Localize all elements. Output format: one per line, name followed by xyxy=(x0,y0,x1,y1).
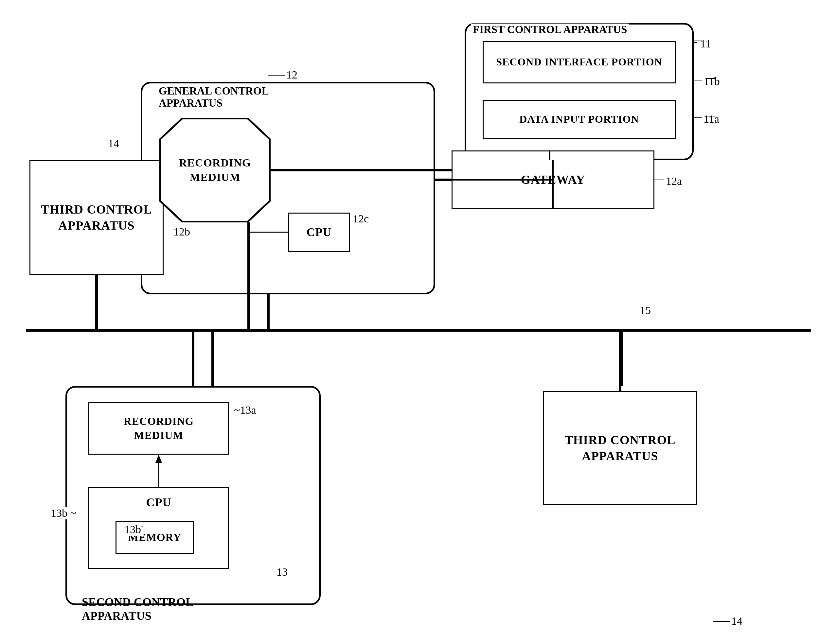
cpu-block-second: CPU MEMORY xyxy=(89,487,229,569)
recording-medium-label-top: RECORDINGMEDIUM xyxy=(179,156,251,185)
ref-12b: 12b xyxy=(174,226,190,238)
cpu-label-top: CPU xyxy=(307,225,332,240)
ref-13b: 13b ~ xyxy=(51,507,76,519)
ref-11b: 11b xyxy=(704,75,720,88)
cpu-block-label: CPU xyxy=(146,495,171,510)
recording-medium-second-box: RECORDINGMEDIUM xyxy=(89,402,229,455)
ref-12: 12 xyxy=(286,69,297,81)
ref-12a: 12a xyxy=(666,175,682,187)
first-control-apparatus-label: FIRST CONTROL APPARATUS xyxy=(471,23,629,36)
third-control-apparatus-top-box: THIRD CONTROL APPARATUS xyxy=(30,160,164,275)
third-control-apparatus-bottom-box: THIRD CONTROL APPARATUS xyxy=(543,391,697,505)
second-control-apparatus-label: SECOND CONTROLAPPARATUS xyxy=(82,595,194,623)
gateway-box: GATEWAY xyxy=(451,151,655,209)
general-control-apparatus-label: GENERAL CONTROLAPPARATUS xyxy=(157,85,270,109)
recording-medium-second-label: RECORDINGMEDIUM xyxy=(124,415,194,442)
ref-11a: 11a xyxy=(704,113,719,125)
gateway-label: GATEWAY xyxy=(520,172,585,188)
ref-11: 11 xyxy=(700,38,711,50)
data-input-portion-box: DATA INPUT PORTION xyxy=(483,100,676,139)
third-control-apparatus-bottom-label: THIRD CONTROL APPARATUS xyxy=(544,432,696,464)
second-interface-portion-label: SECOND INTERFACE PORTION xyxy=(496,55,662,69)
ref-15: 15 xyxy=(640,304,651,316)
second-interface-portion-box: SECOND INTERFACE PORTION xyxy=(483,41,676,84)
ref-13: 13 xyxy=(276,566,287,578)
first-control-apparatus-box: SECOND INTERFACE PORTION DATA INPUT PORT… xyxy=(464,23,694,160)
ref-13b-prime: 13b' xyxy=(124,523,143,536)
ref-13a: ~13a xyxy=(234,404,256,416)
third-control-apparatus-top-label: THIRD CONTROL APPARATUS xyxy=(30,202,162,234)
cpu-box-top: CPU xyxy=(288,213,350,252)
ref-12c: 12c xyxy=(353,213,369,225)
ref-14-top: 14 xyxy=(108,138,119,150)
data-input-portion-label: DATA INPUT PORTION xyxy=(519,113,639,126)
ref-14-bottom: 14 xyxy=(731,615,742,627)
